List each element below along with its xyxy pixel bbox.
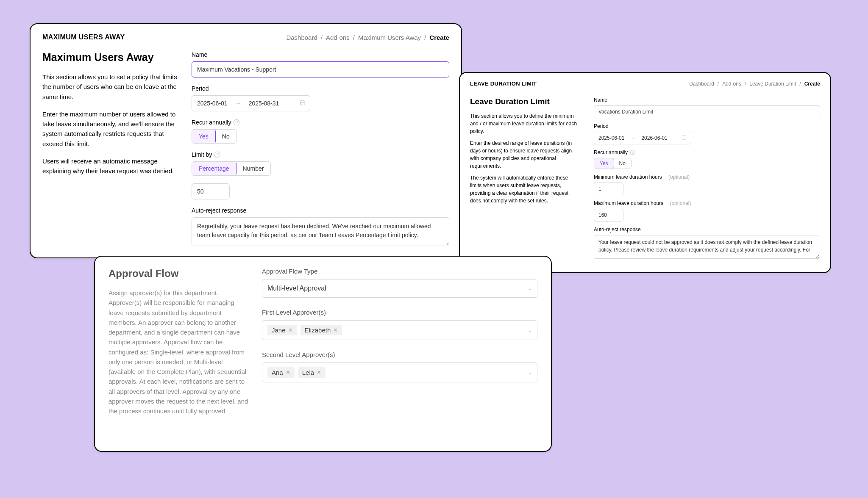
help-icon[interactable]: ? xyxy=(214,152,220,158)
mua-form: Name Period 2025-06-01 → 2025-08-31 Recu… xyxy=(192,51,449,255)
autoreject-textarea[interactable] xyxy=(192,217,449,246)
mua-desc-2: Enter the maximum number of users allowe… xyxy=(42,109,178,149)
maximum-users-away-card: MAXIMUM USERS AWAY Dashboard/ Add-ons/ M… xyxy=(30,23,462,258)
period-end: 2026-06-01 xyxy=(641,135,667,141)
ldl-breadcrumb: Dashboard/ Add-ons/ Leave Duration Limit… xyxy=(689,81,820,87)
l1-label: First Level Approver(s) xyxy=(262,309,537,316)
limit-number[interactable]: Number xyxy=(236,162,271,175)
ldl-desc-2: Enter the desired range of leave duratio… xyxy=(470,139,580,170)
remove-tag-icon[interactable]: ✕ xyxy=(286,369,290,376)
arrow-icon: → xyxy=(630,135,635,141)
breadcrumb-item[interactable]: Maximum Users Away xyxy=(358,34,421,41)
remove-tag-icon[interactable]: ✕ xyxy=(333,327,338,333)
limit-by-toggle: Percentage Number xyxy=(192,161,271,176)
breadcrumb-current: Create xyxy=(429,34,449,41)
ldl-form: Name Period 2025-06-01 → 2026-06-01 Recu… xyxy=(594,97,820,266)
svg-rect-0 xyxy=(300,101,305,105)
mua-desc-1: This section allows you to set a policy … xyxy=(42,72,178,102)
arrow-icon: → xyxy=(235,100,241,107)
chevron-down-icon: ⌄ xyxy=(528,285,532,291)
help-icon[interactable]: ? xyxy=(234,119,239,125)
recur-yes[interactable]: Yes xyxy=(594,158,614,169)
name-input[interactable] xyxy=(594,105,820,118)
max-label: Maximum leave duration hours (optional) xyxy=(594,200,820,206)
period-end: 2025-08-31 xyxy=(249,100,279,107)
ldl-left-column: Leave Duration Limit This section allows… xyxy=(470,97,580,266)
mua-breadcrumb: Dashboard/ Add-ons/ Maximum Users Away/ … xyxy=(286,34,449,41)
approver-tag: Ana✕ xyxy=(267,367,295,378)
second-level-select[interactable]: Ana✕ Leia✕ ⌄ xyxy=(262,362,537,382)
ldl-header: LEAVE DURATION LIMIT xyxy=(470,80,537,87)
af-title: Approval Flow xyxy=(108,268,248,279)
recur-yes[interactable]: Yes xyxy=(192,129,216,144)
approval-type-select[interactable]: Multi-level Approval ⌄ xyxy=(262,279,537,298)
period-label: Period xyxy=(594,123,820,129)
period-start: 2025-06-01 xyxy=(598,135,624,141)
breadcrumb-item[interactable]: Leave Duration Limit xyxy=(749,81,796,87)
period-label: Period xyxy=(192,85,449,92)
name-input[interactable] xyxy=(192,61,449,77)
breadcrumb-item[interactable]: Add-ons xyxy=(722,81,741,87)
mua-left-column: Maximum Users Away This section allows y… xyxy=(42,51,178,255)
chevron-down-icon: ⌄ xyxy=(528,370,532,376)
ldl-desc-3: The system will automatically enforce th… xyxy=(470,174,580,205)
mua-topbar: MAXIMUM USERS AWAY Dashboard/ Add-ons/ M… xyxy=(42,33,449,41)
name-label: Name xyxy=(192,51,449,58)
breadcrumb-current: Create xyxy=(804,81,820,87)
svg-rect-1 xyxy=(682,136,686,139)
remove-tag-icon[interactable]: ✕ xyxy=(288,327,293,333)
recur-toggle: Yes No xyxy=(192,129,237,144)
recur-no[interactable]: No xyxy=(215,130,236,143)
min-input[interactable] xyxy=(594,183,623,195)
period-range[interactable]: 2025-06-01 → 2025-08-31 xyxy=(192,95,310,111)
ldl-title: Leave Duration Limit xyxy=(470,97,580,106)
breadcrumb-item[interactable]: Dashboard xyxy=(689,81,714,87)
name-label: Name xyxy=(594,97,820,103)
type-label: Approval Flow Type xyxy=(262,268,537,275)
af-desc: Assign approver(s) for this department. … xyxy=(108,288,248,416)
breadcrumb-item[interactable]: Dashboard xyxy=(286,34,317,41)
autoreject-label: Auto-reject response xyxy=(594,227,820,232)
max-input[interactable] xyxy=(594,209,623,221)
chevron-down-icon: ⌄ xyxy=(528,327,532,333)
approver-tag: Leia✕ xyxy=(298,367,326,378)
min-label: Minimum leave duration hours (optional) xyxy=(594,174,820,180)
af-left-column: Approval Flow Assign approver(s) for thi… xyxy=(108,268,248,423)
period-range[interactable]: 2025-06-01 → 2026-06-01 xyxy=(594,132,691,144)
mua-header: MAXIMUM USERS AWAY xyxy=(42,33,125,41)
breadcrumb-item[interactable]: Add-ons xyxy=(326,34,350,41)
recur-label: Recur annually ? xyxy=(594,149,820,155)
limit-percentage[interactable]: Percentage xyxy=(192,161,236,176)
af-form: Approval Flow Type Multi-level Approval … xyxy=(262,268,537,423)
approver-tag: Jane✕ xyxy=(267,325,297,335)
leave-duration-limit-card: LEAVE DURATION LIMIT Dashboard/ Add-ons/… xyxy=(459,72,831,273)
l2-label: Second Level Approver(s) xyxy=(262,351,537,358)
autoreject-textarea[interactable] xyxy=(594,235,820,259)
approver-tag: Elizabeth✕ xyxy=(300,325,342,335)
autoreject-label: Auto-reject response xyxy=(192,207,449,214)
period-start: 2025-06-01 xyxy=(197,100,228,107)
recur-toggle: Yes No xyxy=(594,158,632,169)
recur-no[interactable]: No xyxy=(614,158,631,169)
help-icon[interactable]: ? xyxy=(630,150,635,155)
remove-tag-icon[interactable]: ✕ xyxy=(317,369,321,376)
approval-flow-card: Approval Flow Assign approver(s) for thi… xyxy=(94,256,552,452)
calendar-icon xyxy=(682,135,687,141)
mua-title: Maximum Users Away xyxy=(42,51,178,64)
ldl-desc-1: This section allows you to define the mi… xyxy=(470,112,580,135)
approval-type-value: Multi-level Approval xyxy=(267,285,326,292)
calendar-icon xyxy=(300,100,306,107)
recur-label: Recur annually ? xyxy=(192,119,449,126)
first-level-select[interactable]: Jane✕ Elizabeth✕ ⌄ xyxy=(262,320,537,340)
limit-by-label: Limit by ? xyxy=(192,151,449,158)
limit-value-input[interactable] xyxy=(192,183,230,199)
mua-desc-3: Users will receive an automatic message … xyxy=(42,156,178,176)
ldl-topbar: LEAVE DURATION LIMIT Dashboard/ Add-ons/… xyxy=(470,80,820,87)
